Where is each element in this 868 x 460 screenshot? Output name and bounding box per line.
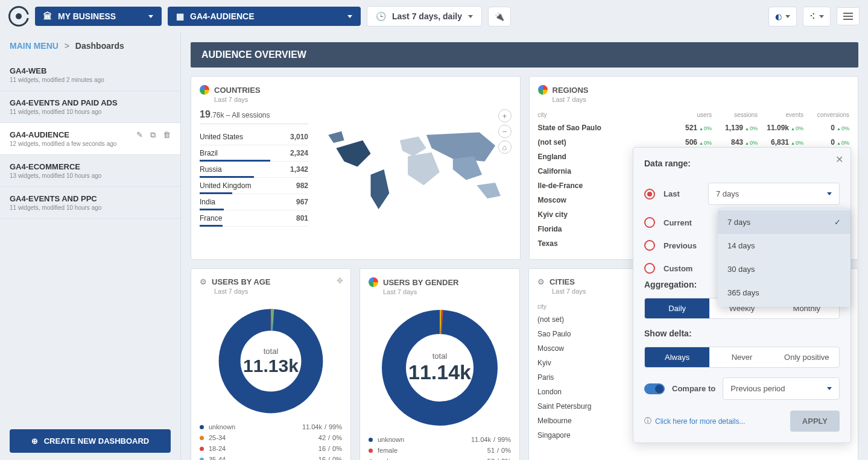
dropdown-option[interactable]: 30 days	[718, 257, 851, 281]
legend-row: unknown11.04k/99%	[200, 421, 342, 432]
chevron-down-icon	[468, 15, 473, 18]
map-home[interactable]: ⌂	[498, 140, 512, 154]
apply-button[interactable]: APPLY	[790, 411, 840, 432]
countries-widget: COUNTRIES Last 7 days 19.76k – All sessi…	[191, 76, 521, 260]
chevron-down-icon	[785, 15, 790, 18]
compare-value: Previous period	[730, 384, 785, 393]
widget-title: USERS BY AGE	[212, 277, 271, 286]
sidebar-item-meta: 11 widgets, modified 2 minutes ago	[10, 77, 171, 83]
legend-values: 51/0%	[487, 447, 511, 454]
sidebar-item[interactable]: GA4-EVENTS AND PAID ADS11 widgets, modif…	[0, 91, 180, 123]
edit-icon[interactable]: ✎	[136, 130, 143, 140]
segment-always[interactable]: Always	[645, 347, 709, 367]
range-dropdown: 7 days✓14 days30 days365 days	[718, 208, 851, 307]
region-users: 5060%	[666, 138, 712, 147]
check-icon: ✓	[834, 218, 841, 227]
daterange-selector[interactable]: 🕒 Last 7 days, daily	[367, 6, 482, 27]
country-value: 2,324	[290, 149, 308, 157]
sidebar-item-meta: 13 widgets, modified 10 hours ago	[10, 172, 171, 179]
legend-name: unknown	[209, 423, 302, 430]
business-label: MY BUSINESS	[58, 11, 116, 21]
world-map[interactable]: + − ⌂	[320, 109, 512, 232]
info-link[interactable]: ⓘ Click here for more details...	[644, 416, 745, 426]
regions-row[interactable]: State of Sao Paulo5210%1,1390%11.09k0%00…	[538, 121, 850, 135]
dropdown-option[interactable]: 7 days✓	[718, 210, 851, 234]
sidebar-item-name: GA4-EVENTS AND PAID ADS	[10, 98, 171, 107]
compare-select[interactable]: Previous period	[723, 377, 840, 400]
dropdown-option[interactable]: 14 days	[718, 234, 851, 257]
country-name: United Kingdom	[200, 181, 251, 190]
breadcrumb: MAIN MENU > Dashboards	[0, 33, 180, 59]
sidebar-item[interactable]: ✎⧉🗑GA4-AUDIENCE12 widgets, modified a fe…	[0, 123, 180, 155]
compare-toggle[interactable]	[644, 383, 665, 394]
dropdown-option[interactable]: 365 days	[718, 281, 851, 304]
delete-icon[interactable]: 🗑	[163, 130, 171, 140]
age-donut: total 11.13k	[217, 307, 325, 415]
connections-button[interactable]: 🔌	[488, 7, 511, 27]
menu-button[interactable]	[837, 7, 860, 25]
legend-name: male	[378, 458, 487, 460]
close-icon[interactable]: ✕	[835, 154, 843, 165]
country-row[interactable]: France801	[200, 210, 308, 227]
theme-button[interactable]: ◐	[768, 7, 797, 27]
topbar: 🏛 MY BUSINESS ▦ GA4-AUDIENCE 🕒 Last 7 da…	[0, 0, 868, 33]
sidebar-item[interactable]: GA4-EVENTS AND PPC11 widgets, modified 1…	[0, 187, 180, 219]
region-conversions: 00%	[803, 138, 849, 147]
legend-name: 35-44	[209, 456, 318, 460]
widget-title: REGIONS	[553, 86, 589, 95]
legend-row: female51/0%	[369, 445, 511, 456]
country-row[interactable]: United States3,010	[200, 129, 308, 145]
share-button[interactable]: ⠪	[803, 7, 831, 27]
gear-icon[interactable]: ⚙	[200, 277, 207, 286]
country-row[interactable]: United Kingdom982	[200, 178, 308, 194]
breadcrumb-current: Dashboards	[75, 41, 124, 51]
create-dashboard-button[interactable]: ⊕ CREATE NEW DASHBOARD	[10, 429, 171, 453]
country-row[interactable]: Brazil2,324	[200, 145, 308, 162]
plug-icon: 🔌	[495, 12, 504, 21]
donut-value: 11.13k	[243, 356, 299, 376]
donut-label: total	[243, 347, 299, 356]
legend-values: 11.04k/99%	[471, 436, 511, 443]
context-selector[interactable]: ▦ GA4-AUDIENCE	[168, 7, 361, 26]
legend-row: 18-2416/0%	[200, 443, 342, 454]
sidebar-item[interactable]: GA4-ECOMMERCE13 widgets, modified 10 hou…	[0, 155, 180, 187]
country-value: 3,010	[290, 133, 308, 141]
move-icon[interactable]: ✥	[337, 276, 343, 285]
radio-custom[interactable]	[644, 263, 655, 274]
gear-icon[interactable]: ⚙	[537, 277, 545, 286]
country-row[interactable]: Russia1,342	[200, 162, 308, 178]
country-name: United States	[200, 133, 243, 141]
chevron-down-icon	[347, 15, 352, 18]
col-city: city	[538, 112, 667, 118]
range-select[interactable]: 7 days	[708, 183, 840, 205]
radio-last[interactable]	[644, 189, 655, 200]
legend-values: 50/0%	[487, 458, 511, 460]
sidebar-item[interactable]: GA4-WEB11 widgets, modified 2 minutes ag…	[0, 59, 180, 91]
legend-dot	[200, 425, 204, 429]
map-svg	[320, 109, 512, 230]
segment-daily[interactable]: Daily	[645, 298, 709, 318]
app-logo	[8, 6, 29, 27]
copy-icon[interactable]: ⧉	[150, 130, 156, 140]
bank-icon: 🏛	[43, 11, 52, 21]
breadcrumb-main-menu[interactable]: MAIN MENU	[10, 41, 59, 51]
segment-only-positive[interactable]: Only positive	[775, 347, 839, 367]
country-name: Brazil	[200, 149, 218, 157]
legend-row: 25-3442/0%	[200, 432, 342, 443]
map-zoom-in[interactable]: +	[498, 109, 512, 122]
info-icon: ⓘ	[644, 416, 651, 426]
chevron-down-icon	[827, 387, 832, 390]
create-dashboard-label: CREATE NEW DASHBOARD	[44, 436, 150, 446]
business-selector[interactable]: 🏛 MY BUSINESS	[35, 7, 162, 26]
radio-current[interactable]	[644, 217, 655, 228]
widget-subtitle: Last 7 days	[553, 96, 850, 103]
radio-previous[interactable]	[644, 240, 655, 251]
chevron-down-icon	[819, 15, 824, 18]
delta-title: Show delta:	[644, 329, 840, 338]
plus-icon: ⊕	[31, 436, 38, 446]
gender-widget: USERS BY GENDER Last 7 days total 11.14k	[360, 268, 520, 460]
segment-never[interactable]: Never	[709, 347, 774, 367]
country-row[interactable]: India967	[200, 194, 308, 210]
ga-icon	[200, 85, 209, 95]
map-zoom-out[interactable]: −	[498, 125, 512, 138]
